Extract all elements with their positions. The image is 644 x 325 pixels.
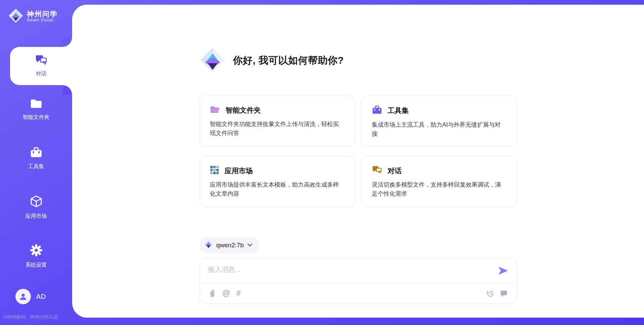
sidebar-nav: 对话 智能文件夹: [0, 47, 72, 281]
chat-bubble-icon[interactable]: [500, 289, 508, 297]
card-app-market[interactable]: 应用市场 应用市场提供丰富长文本模板，助力高效生成多样化文章内容: [200, 156, 355, 207]
avatar: [15, 289, 31, 304]
sidebar: 神州问学 Smart Vision 对话: [0, 0, 72, 325]
card-title: 对话: [388, 166, 402, 176]
folder-icon: [30, 98, 43, 110]
folder-icon: [210, 105, 220, 115]
model-selector[interactable]: qwen2:7b: [200, 237, 259, 253]
main-panel: 你好, 我可以如何帮助你? 智能文件夹 智能文件夹功能支持批量文件上传与清洗，轻…: [72, 5, 644, 318]
sidebar-item-label: 工具集: [28, 163, 44, 170]
at-icon[interactable]: @: [222, 289, 230, 297]
assistant-logo-icon: [200, 47, 226, 74]
paperclip-icon[interactable]: [209, 289, 216, 298]
feature-cards: 智能文件夹 智能文件夹功能支持批量文件上传与清洗，轻松实现文件问答: [200, 96, 517, 207]
sidebar-item-chat[interactable]: 对话: [10, 47, 72, 85]
card-chat[interactable]: 对话 灵活切换多模型文件，支持多样回复效果调试，满足个性化需求: [362, 156, 517, 207]
gear-icon: [30, 244, 43, 258]
briefcase-icon: [30, 147, 43, 159]
sidebar-item-label: 对话: [36, 70, 47, 77]
chevron-down-icon: [247, 242, 253, 248]
sidebar-item-label: 智能文件夹: [23, 114, 50, 121]
history-icon[interactable]: [486, 289, 494, 298]
send-icon[interactable]: [498, 267, 508, 276]
sidebar-item-toolset[interactable]: 工具集: [0, 134, 72, 183]
sidebar-item-label: 系统设置: [25, 262, 47, 269]
brand-logo-icon: [8, 8, 23, 25]
user-profile[interactable]: AD: [15, 289, 72, 304]
chat-icon: [35, 55, 48, 67]
card-description: 智能文件夹功能支持批量文件上传与清洗，轻松实现文件问答: [210, 120, 344, 138]
cube-icon: [30, 195, 42, 209]
chat-icon: [372, 166, 382, 176]
brand-name-cn: 神州问学: [27, 10, 58, 18]
card-title: 智能文件夹: [226, 106, 261, 115]
sidebar-item-settings[interactable]: 系统设置: [0, 232, 72, 281]
card-description: 灵活切换多模型文件，支持多样回复效果调试，满足个性化需求: [372, 180, 506, 198]
card-description: 应用市场提供丰富长文本模板，助力高效生成多样化文章内容: [210, 180, 344, 198]
model-name: qwen2:7b: [216, 242, 244, 249]
greeting-text: 你好, 我可以如何帮助你?: [233, 54, 344, 67]
message-composer: @ #: [200, 258, 517, 304]
card-smart-folder[interactable]: 智能文件夹 智能文件夹功能支持批量文件上传与清洗，轻松实现文件问答: [200, 96, 355, 147]
card-title: 工具集: [388, 106, 409, 115]
user-name: AD: [36, 293, 46, 301]
briefcase-icon: [372, 105, 382, 116]
copyright-text: ©神州数码 · 神州问学出品: [0, 314, 72, 320]
sidebar-item-label: 应用市场: [25, 213, 47, 220]
card-toolset[interactable]: 工具集 集成市场上主流工具，助力AI与外界无缝扩展与对接: [362, 96, 517, 147]
sidebar-bottom: AD ©神州数码 · 神州问学出品: [0, 289, 72, 325]
card-title: 应用市场: [225, 166, 253, 176]
sidebar-item-smart-folder[interactable]: 智能文件夹: [0, 85, 72, 134]
brand-name-en: Smart Vision: [27, 18, 58, 23]
brand: 神州问学 Smart Vision: [0, 0, 72, 25]
greeting-row: 你好, 我可以如何帮助你?: [200, 47, 517, 74]
model-logo-icon: [204, 240, 213, 250]
grid-icon: [210, 166, 219, 176]
sidebar-item-app-market[interactable]: 应用市场: [0, 183, 72, 232]
card-description: 集成市场上主流工具，助力AI与外界无缝扩展与对接: [372, 120, 506, 138]
app-window: 神州问学 Smart Vision 对话: [0, 0, 644, 325]
hash-icon[interactable]: #: [236, 289, 241, 297]
message-input[interactable]: [200, 258, 517, 283]
